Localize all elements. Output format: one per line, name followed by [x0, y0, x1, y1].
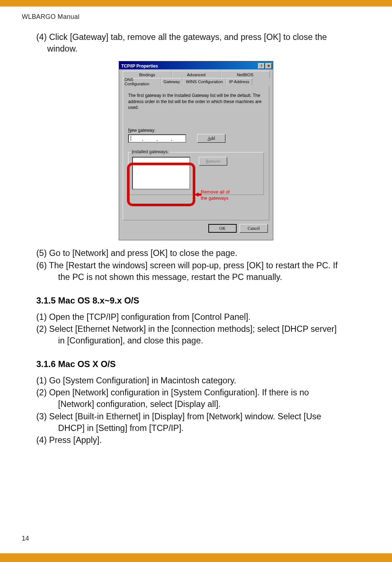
tab-netbios[interactable]: NetBIOS — [221, 71, 270, 78]
close-icon[interactable]: ✕ — [265, 63, 272, 69]
step-4: (4) Click [Gateway] tab, remove all the … — [36, 32, 356, 54]
step-5: (5) Go to [Network] and press [OK] to cl… — [36, 248, 356, 259]
tab-gateway[interactable]: Gateway — [161, 78, 183, 85]
dialog-title: TCP/IP Properties — [121, 64, 158, 69]
step-6: (6) The [Restart the windows] screen wil… — [36, 260, 356, 283]
page-number: 14 — [22, 535, 29, 542]
ok-button[interactable]: OK — [208, 224, 237, 233]
help-icon[interactable]: ? — [258, 63, 265, 69]
tab-dns-configuration[interactable]: DNS Configuration — [123, 78, 161, 85]
dialog-titlebar: TCP/IP Properties ? ✕ — [119, 61, 273, 69]
gateway-tab-panel: The first gateway in the Installed Gatew… — [123, 86, 269, 220]
installed-gateways-list[interactable] — [132, 157, 190, 190]
tab-bindings[interactable]: Bindings — [123, 71, 172, 78]
macx-step-3: (3) Select [Built-in Ethernet] in [Displ… — [36, 411, 356, 434]
mac89-step-2: (2) Select [Ethernet Network] in the [co… — [36, 323, 356, 346]
cancel-button[interactable]: Cancel — [240, 224, 268, 233]
installed-gateways-group: Installed gateways: Remove — [128, 152, 264, 195]
tab-wins-configuration[interactable]: WINS Configuration — [183, 78, 226, 85]
macx-step-2: (2) Open [Network] configuration in [Sys… — [36, 387, 356, 410]
tab-strip: Bindings Advanced NetBIOS DNS Configurat… — [121, 71, 271, 86]
section-heading-315: 3.1.5 Mac OS 8.x~9.x O/S — [36, 296, 356, 306]
macx-step-4: (4) Press [Apply]. — [36, 435, 356, 446]
add-button[interactable]: Add — [197, 134, 225, 143]
remove-button[interactable]: Remove — [199, 157, 227, 166]
mac89-step-1: (1) Open the [TCP/IP] configuration from… — [36, 311, 356, 323]
annotation-text: Remove all of the gateways — [201, 189, 229, 201]
tab-ip-address[interactable]: IP Address — [226, 78, 252, 85]
gateway-description: The first gateway in the Installed Gatew… — [128, 93, 264, 110]
new-gateway-input[interactable] — [128, 134, 186, 143]
section-heading-316: 3.1.6 Mac OS X O/S — [36, 359, 356, 369]
dialog-screenshot: TCP/IP Properties ? ✕ Bindings Advanced … — [119, 61, 273, 240]
manual-header: WLBARGO Manual — [0, 7, 392, 21]
new-gateway-label: New gateway: — [128, 128, 264, 133]
tab-advanced[interactable]: Advanced — [172, 71, 221, 78]
annotation-arrow-icon — [194, 192, 201, 197]
svg-marker-0 — [194, 192, 201, 197]
macx-step-1: (1) Go [System Configuration] in Macinto… — [36, 375, 356, 387]
